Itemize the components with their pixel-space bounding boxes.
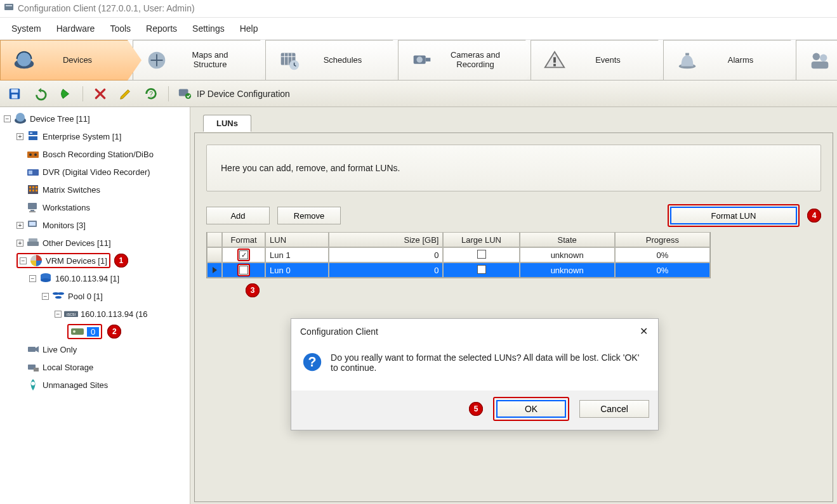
menu-reports[interactable]: Reports	[140, 22, 183, 36]
tree-enterprise[interactable]: + Enterprise System [1]	[16, 127, 190, 145]
collapse-icon[interactable]: −	[55, 311, 62, 318]
svg-point-14	[813, 53, 820, 60]
tree-lun0[interactable]: 0 2	[67, 323, 190, 340]
tree-matrix[interactable]: Matrix Switches	[16, 181, 190, 198]
cell-format[interactable]	[222, 262, 265, 278]
tree-dvr-label: DVR (Digital Video Recorder)	[43, 167, 150, 177]
tree-pool[interactable]: − Pool 0 [1]	[42, 287, 190, 305]
tree-monitors[interactable]: + Monitors [3]	[16, 216, 190, 234]
tree-pool-label: Pool 0 [1]	[68, 292, 103, 301]
refresh-icon[interactable]: ?	[143, 86, 159, 102]
tree-liveonly-label: Live Only	[43, 345, 77, 354]
cancel-button[interactable]: Cancel	[579, 400, 649, 418]
expand-icon[interactable]: +	[16, 133, 23, 140]
col-size[interactable]: Size [GB]	[329, 232, 443, 247]
nav-users[interactable]: User Groups	[796, 40, 837, 81]
svg-rect-41	[30, 210, 34, 211]
current-row-icon	[213, 267, 217, 273]
svg-rect-60	[34, 368, 39, 372]
row-header[interactable]	[207, 247, 222, 262]
nav-alarms[interactable]: Alarms	[663, 40, 805, 81]
cell-format[interactable]	[222, 247, 265, 262]
nav-devices[interactable]: Devices	[0, 40, 142, 81]
recorder-icon	[26, 147, 40, 161]
tree-vrm-label: VRM Devices [1]	[46, 256, 107, 266]
cell-size: 0	[329, 262, 443, 278]
menu-tools[interactable]: Tools	[103, 22, 137, 36]
edit-icon[interactable]	[117, 86, 134, 102]
tree-vrm[interactable]: − VRM Devices [1] 1	[16, 252, 190, 269]
nav-events[interactable]: Events	[531, 40, 672, 81]
col-lun[interactable]: LUN	[265, 232, 329, 247]
tree-liveonly[interactable]: Live Only	[16, 340, 190, 358]
collapse-icon[interactable]: −	[29, 275, 36, 282]
svg-text:?: ?	[308, 354, 317, 370]
callout-5: 5	[469, 402, 483, 416]
content-pane: LUNs Here you can add, remove, and forma…	[190, 107, 837, 504]
col-large[interactable]: Large LUN	[443, 232, 519, 247]
col-progress[interactable]: Progress	[615, 232, 710, 247]
ip-device-config[interactable]: IP Device Configuration	[178, 86, 290, 101]
cell-large[interactable]	[443, 247, 519, 262]
collapse-icon[interactable]: −	[42, 293, 49, 300]
col-format[interactable]: Format	[222, 232, 265, 247]
format-lun-button[interactable]: Format LUN	[670, 207, 797, 224]
svg-rect-36	[36, 186, 37, 188]
tree-other[interactable]: + Other Devices [11]	[16, 234, 190, 252]
menu-bar: System Hardware Tools Reports Settings H…	[0, 18, 837, 40]
row-header[interactable]	[207, 262, 222, 278]
dialog-title: Configuration Client	[300, 326, 378, 337]
col-state[interactable]: State	[520, 232, 615, 247]
activate-icon[interactable]	[57, 86, 74, 102]
tree-localstorage[interactable]: Local Storage	[16, 358, 190, 376]
svg-rect-58	[28, 347, 36, 352]
menu-hardware[interactable]: Hardware	[50, 22, 102, 36]
remove-button[interactable]: Remove	[277, 207, 341, 224]
close-icon[interactable]: ✕	[636, 324, 652, 339]
collapse-icon[interactable]: −	[4, 115, 11, 122]
collapse-icon[interactable]: −	[20, 257, 27, 264]
format-checkbox[interactable]	[239, 250, 248, 259]
format-checkbox[interactable]	[239, 266, 248, 275]
title-bar: Configuration Client (127.0.0.1, User: A…	[0, 0, 837, 18]
tree-dvr[interactable]: DVR (Digital Video Recorder)	[16, 163, 190, 181]
tree-bosch-label: Bosch Recording Station/DiBo	[43, 150, 154, 159]
menu-system[interactable]: System	[5, 22, 48, 36]
table-row[interactable]: Lun 0 0 unknown 0%	[207, 262, 710, 278]
cell-state: unknown	[520, 247, 615, 262]
tree-vrm-ip[interactable]: − 160.10.113.94 [1]	[29, 269, 190, 287]
tree-unmanaged[interactable]: Unmanaged Sites	[16, 376, 190, 394]
delete-icon[interactable]	[92, 86, 109, 102]
format-lun-highlight: Format LUN	[668, 204, 800, 227]
cell-size: 0	[329, 247, 443, 262]
toolbar: ? IP Device Configuration	[0, 81, 837, 107]
menu-settings[interactable]: Settings	[186, 22, 231, 36]
question-icon: ?	[303, 352, 322, 374]
tree-bosch[interactable]: Bosch Recording Station/DiBo	[16, 145, 190, 163]
large-lun-checkbox[interactable]	[477, 250, 486, 259]
luns-table: Format LUN Size [GB] Large LUN State Pro…	[206, 232, 711, 278]
table-row[interactable]: Lun 1 0 unknown 0%	[207, 247, 710, 262]
large-lun-checkbox[interactable]	[477, 265, 486, 274]
server-icon	[26, 129, 40, 143]
tree-unmanaged-label: Unmanaged Sites	[43, 380, 108, 390]
tree-pane: − Device Tree [11] + Enterprise System […	[0, 107, 190, 504]
device-tree-icon	[13, 112, 27, 126]
svg-rect-10	[553, 57, 556, 63]
tree-iscsi[interactable]: − iSCSI 160.10.113.94 (16	[55, 305, 190, 323]
nav-maps[interactable]: Maps and Structure	[133, 40, 274, 81]
svg-rect-28	[27, 152, 39, 158]
tree-root[interactable]: − Device Tree [11]	[4, 110, 190, 127]
expand-icon[interactable]: +	[16, 222, 23, 229]
nav-cameras[interactable]: Cameras and Recording	[398, 40, 539, 81]
save-icon[interactable]	[6, 86, 23, 102]
undo-icon[interactable]	[32, 86, 48, 102]
menu-help[interactable]: Help	[234, 22, 265, 36]
tree-workstations[interactable]: Workstations	[16, 198, 190, 216]
cell-large[interactable]	[443, 262, 519, 278]
nav-schedules[interactable]: Schedules	[265, 40, 407, 81]
add-button[interactable]: Add	[206, 207, 270, 224]
ok-button[interactable]: OK	[496, 400, 566, 418]
expand-icon[interactable]: +	[16, 240, 23, 247]
tab-luns[interactable]: LUNs	[203, 115, 251, 132]
